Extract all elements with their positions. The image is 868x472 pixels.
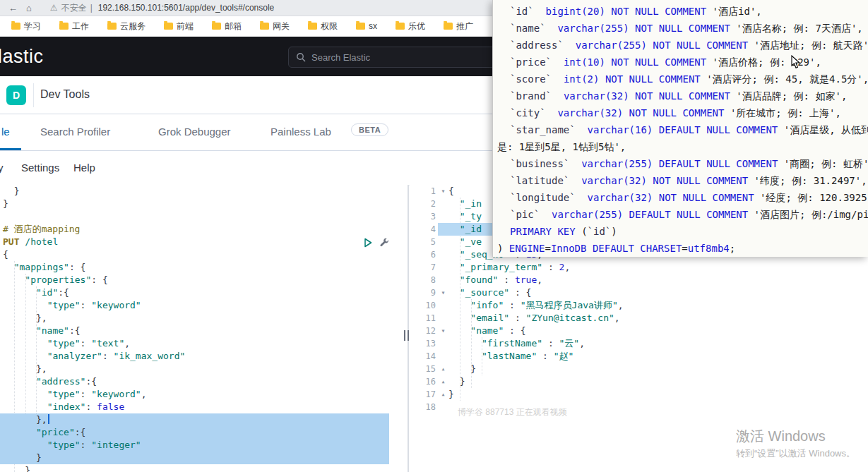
fold-spacer: [438, 210, 448, 223]
line-number: 6: [410, 248, 438, 261]
fold-toggle-icon[interactable]: ▴: [438, 388, 448, 401]
tab-search-profiler[interactable]: Search Profiler: [40, 126, 110, 138]
tab-console-partial[interactable]: le: [1, 126, 10, 138]
response-code-line[interactable]: 7 "_primary_term" : 2,: [410, 261, 868, 274]
line-number: 17: [410, 388, 438, 401]
line-number: 5: [410, 236, 438, 248]
request-code-line[interactable]: "id":{: [0, 286, 408, 299]
appbar-divider: [33, 83, 34, 107]
security-warning-label: 不安全: [61, 2, 87, 14]
nav-settings[interactable]: Settings: [21, 162, 59, 174]
bookmark-item[interactable]: 前端: [164, 20, 194, 32]
sql-code-line: `price` int(10) NOT NULL COMMENT '酒店价格; …: [493, 54, 868, 71]
request-code-line[interactable]: "type": "keyword",: [0, 388, 408, 401]
search-icon: [296, 52, 306, 62]
folder-icon: [308, 23, 317, 30]
sql-code-line: `star_name` varchar(16) DEFAULT NULL COM…: [493, 121, 868, 138]
fold-spacer: [438, 248, 448, 261]
request-code-line[interactable]: "analyzer": "ik_max_word": [0, 350, 408, 363]
nav-history-partial[interactable]: y: [0, 162, 4, 174]
folder-icon: [260, 23, 269, 30]
bookmark-label: 推广: [456, 20, 473, 32]
line-number: 3: [410, 210, 438, 223]
sql-code-line: `id` bigint(20) NOT NULL COMMENT '酒店id',: [493, 3, 868, 20]
request-actions: [363, 238, 390, 248]
bookmark-label: 邮箱: [225, 20, 242, 32]
request-code-line[interactable]: "price":{: [0, 426, 408, 439]
back-icon[interactable]: ←: [8, 3, 18, 13]
bookmark-item[interactable]: 工作: [59, 20, 89, 32]
pane-divider[interactable]: [408, 185, 409, 472]
address-bar[interactable]: 192.168.150.101:5601/app/dev_tools#/cons…: [98, 3, 275, 13]
request-code-line[interactable]: "mappings": {: [0, 261, 408, 274]
request-code-line[interactable]: [0, 210, 408, 223]
wrench-icon[interactable]: [379, 238, 390, 248]
request-code-line[interactable]: "type": "keyword": [0, 299, 408, 312]
request-code-line[interactable]: "type": "text",: [0, 337, 408, 350]
request-code-line[interactable]: PUT /hotel: [0, 236, 408, 248]
sql-create-table-window[interactable]: `id` bigint(20) NOT NULL COMMENT '酒店id',…: [492, 0, 868, 257]
bookmark-item[interactable]: 权限: [308, 20, 338, 32]
bookmark-item[interactable]: sx: [356, 21, 377, 31]
request-code-line[interactable]: }: [0, 198, 408, 210]
sql-code-line: 是: 1星到5星, 1钻到5钻',: [493, 138, 868, 155]
request-code-line[interactable]: "type": "integer": [0, 439, 408, 452]
line-number: 8: [410, 274, 438, 286]
bookmark-item[interactable]: 推广: [444, 20, 473, 32]
search-input[interactable]: Search Elastic: [288, 47, 516, 68]
response-code-line[interactable]: 14 "lastName" : "赵": [410, 350, 868, 363]
request-code-line[interactable]: },: [0, 363, 408, 375]
request-code-line[interactable]: "name":{: [0, 325, 408, 337]
request-code-line[interactable]: "index": false: [0, 401, 408, 413]
sql-code-line: `brand` varchar(32) NOT NULL COMMENT '酒店…: [493, 87, 868, 104]
request-code-line[interactable]: },: [0, 413, 408, 426]
folder-icon: [396, 23, 405, 30]
fold-toggle-icon[interactable]: ▴: [438, 375, 448, 388]
fold-toggle-icon[interactable]: ▾: [438, 185, 448, 198]
request-code-line[interactable]: "properties": {: [0, 274, 408, 286]
fold-toggle-icon[interactable]: ▾: [438, 325, 448, 337]
response-code-line[interactable]: 15▴ }: [410, 363, 868, 375]
send-request-play-icon[interactable]: [363, 238, 373, 248]
windows-activate-watermark: 激活 Windows: [736, 427, 826, 446]
line-number: 11: [410, 312, 438, 325]
response-code-line[interactable]: 10 "info" : "黑马程序员Java讲师",: [410, 299, 868, 312]
fold-spacer: [438, 312, 448, 325]
url-divider: |: [90, 3, 93, 13]
security-warning: ⚠ 不安全 |: [50, 2, 93, 14]
response-code-line[interactable]: 17▴}: [410, 388, 868, 401]
bookmark-item[interactable]: 网关: [260, 20, 290, 32]
response-code-line[interactable]: 9▾ "_source" : {: [410, 286, 868, 299]
sql-code-line: `pic` varchar(255) DEFAULT NULL COMMENT …: [493, 206, 868, 223]
bookmark-item[interactable]: 学习: [11, 20, 41, 32]
dev-tools-app-icon[interactable]: D: [6, 85, 26, 105]
bookmark-item[interactable]: 乐优: [396, 20, 425, 32]
response-code-line[interactable]: 16▴ }: [410, 375, 868, 388]
tab-grok-debugger[interactable]: Grok Debugger: [158, 126, 231, 138]
response-code-line[interactable]: 11 "email" : "ZYun@itcast.cn",: [410, 312, 868, 325]
response-code-line[interactable]: 12▾ "name" : {: [410, 325, 868, 337]
home-icon[interactable]: ⌂: [26, 3, 32, 13]
text-caret: [48, 414, 49, 424]
request-code-line[interactable]: {: [0, 248, 408, 261]
fold-toggle-icon[interactable]: ▴: [438, 363, 448, 375]
bookmark-item[interactable]: 云服务: [107, 20, 145, 32]
tab-painless-lab[interactable]: Painless Lab: [270, 126, 331, 138]
bookmark-item[interactable]: 邮箱: [212, 20, 242, 32]
fold-spacer: [438, 299, 448, 312]
fold-toggle-icon[interactable]: ▾: [438, 286, 448, 299]
request-code-line[interactable]: }: [0, 464, 408, 472]
request-code-line[interactable]: "address":{: [0, 375, 408, 388]
response-code-line[interactable]: 8 "found" : true,: [410, 274, 868, 286]
bookmark-label: 乐优: [408, 20, 425, 32]
bookmark-label: 学习: [24, 20, 41, 32]
request-code-line[interactable]: }: [0, 185, 408, 198]
request-code-line[interactable]: # 酒店的mapping: [0, 223, 408, 236]
request-code-line[interactable]: }: [0, 452, 408, 464]
response-code-line[interactable]: 13 "firstName" : "云",: [410, 337, 868, 350]
bookmark-label: 工作: [72, 20, 89, 32]
request-editor[interactable]: }}# 酒店的mappingPUT /hotel{ "mappings": { …: [0, 185, 408, 472]
request-code-line[interactable]: },: [0, 312, 408, 325]
nav-help[interactable]: Help: [73, 162, 95, 174]
sql-code-line: `business` varchar(255) DEFAULT NULL COM…: [493, 155, 868, 172]
